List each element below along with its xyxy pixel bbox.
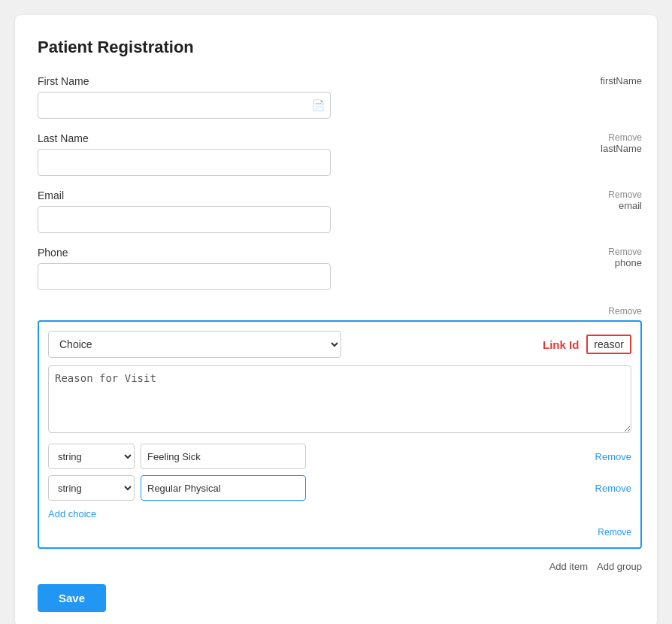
- phone-label: Phone: [38, 247, 537, 259]
- phone-field: Phone: [38, 247, 537, 290]
- choice-item-remove-1[interactable]: Remove: [595, 483, 631, 494]
- phone-meta: Remove phone: [552, 247, 642, 271]
- first-name-meta: firstName: [552, 75, 642, 89]
- email-meta: Remove email: [552, 189, 642, 214]
- choice-item-row-0: string Remove: [48, 444, 631, 469]
- id-card-icon: 📄: [312, 99, 325, 111]
- choice-type-select-1[interactable]: string: [48, 475, 135, 501]
- add-choice-link[interactable]: Add choice: [48, 508, 96, 519]
- choice-item-remove-0[interactable]: Remove: [595, 451, 631, 462]
- phone-row: Phone Remove phone: [38, 247, 642, 290]
- phone-key: phone: [615, 257, 642, 268]
- last-name-label: Last Name: [38, 132, 537, 144]
- email-field: Email: [38, 189, 537, 233]
- last-name-row: Last Name Remove lastName: [38, 132, 642, 176]
- add-group-link[interactable]: Add group: [597, 561, 642, 572]
- link-id-value: reasor: [586, 335, 631, 354]
- choice-item-row-1: string Remove: [48, 475, 631, 501]
- choice-section-remove-top[interactable]: Remove: [608, 306, 642, 317]
- choice-value-input-0[interactable]: [141, 444, 306, 469]
- save-button[interactable]: Save: [38, 584, 106, 612]
- choice-dropdown[interactable]: Choice: [48, 331, 341, 358]
- page-title: Patient Registration: [38, 38, 642, 57]
- first-name-label: First Name: [38, 75, 537, 87]
- choice-type-select-0[interactable]: string: [48, 444, 135, 469]
- first-name-field: First Name 📄: [38, 75, 537, 119]
- phone-remove[interactable]: Remove: [608, 247, 642, 257]
- phone-input[interactable]: [38, 263, 331, 290]
- last-name-field: Last Name: [38, 132, 537, 176]
- last-name-remove[interactable]: Remove: [608, 132, 642, 143]
- email-key: email: [619, 200, 642, 211]
- last-name-key: lastName: [601, 143, 642, 154]
- last-name-input[interactable]: [38, 149, 331, 176]
- main-container: Patient Registration First Name 📄 firstN…: [15, 15, 657, 624]
- choice-section: Choice Link Id reasor Reason for Visit s…: [38, 320, 642, 549]
- last-name-meta: Remove lastName: [552, 132, 642, 157]
- add-item-link[interactable]: Add item: [549, 561, 588, 572]
- first-name-input[interactable]: [38, 92, 331, 119]
- choice-remove-bottom: Remove: [48, 525, 631, 538]
- choice-header: Choice Link Id reasor: [48, 331, 631, 358]
- first-name-key: firstName: [600, 75, 642, 86]
- first-name-row: First Name 📄 firstName: [38, 75, 642, 119]
- choice-section-remove-bottom[interactable]: Remove: [598, 527, 631, 538]
- first-name-input-wrapper: 📄: [38, 92, 331, 119]
- reason-textarea[interactable]: Reason for Visit: [48, 365, 631, 433]
- link-id-label: Link Id: [543, 338, 579, 351]
- email-label: Email: [38, 189, 537, 201]
- bottom-actions: Add item Add group: [38, 561, 642, 572]
- email-input[interactable]: [38, 206, 331, 233]
- choice-value-input-1[interactable]: [141, 475, 306, 501]
- email-remove[interactable]: Remove: [608, 189, 642, 200]
- email-row: Email Remove email: [38, 189, 642, 233]
